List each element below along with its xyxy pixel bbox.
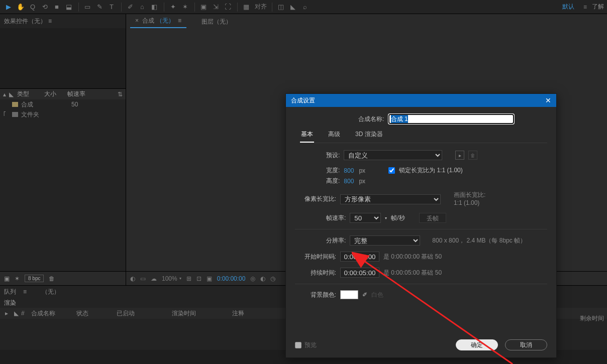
project-row[interactable]: ｢ 文件夹 [0,109,126,119]
col-num[interactable]: # [18,310,28,317]
tab-advanced[interactable]: 高级 [327,130,341,143]
rectangle-tool-icon[interactable]: ▭ [82,2,93,13]
puppet-tool-icon[interactable]: ✶ [179,2,190,13]
tab-3d-renderer[interactable]: 3D 渲染器 [354,130,384,143]
col-fps[interactable]: 帧速率 [67,90,85,98]
eyedropper-icon[interactable]: ✐ [362,291,367,298]
resolution-select[interactable]: 完整 [350,235,420,246]
chevron-down-icon[interactable]: ▾ [385,216,387,220]
bpc-toggle[interactable]: 8 bpc [25,275,44,282]
col-render-time[interactable]: 渲染时间 [169,309,229,318]
px-unit: px [359,178,365,185]
col-toggle-icon[interactable]: ▸ [2,310,11,317]
footer-icon[interactable]: ⊡ [196,275,201,282]
workspace-learn-link[interactable]: 了解 [592,3,604,11]
footer-icon[interactable]: ▭ [140,275,146,282]
save-preset-icon[interactable]: ▸ [455,151,464,160]
current-time[interactable]: 0:00:00:00 [217,275,246,282]
queue-tab[interactable]: 队列 [4,288,16,296]
eraser-tool-icon[interactable]: ◧ [149,2,160,13]
grid-icon[interactable]: ▦ [241,2,252,13]
preset-select[interactable]: 自定义 [344,150,442,160]
interpret-icon[interactable]: ▣ [4,275,10,282]
frame-aspect-label: 画面长宽比: [454,191,485,199]
footer-icon[interactable]: ⊞ [186,275,191,282]
col-size[interactable]: 大小 [44,90,64,98]
camera-tool-icon[interactable]: ■ [51,2,62,13]
width-value[interactable]: 800 [344,167,354,174]
cancel-button[interactable]: 取消 [505,339,547,350]
footer-icon[interactable]: ◐ [130,275,135,282]
close-icon[interactable]: ✕ [545,96,551,104]
footer-icon[interactable]: ◐ [260,275,265,282]
tab-basic[interactable]: 基本 [300,130,314,143]
hand-tool-icon[interactable]: ✋ [15,2,26,13]
fps-unit: 帧/秒 [391,214,404,222]
col-comp[interactable]: 合成名称 [28,309,73,318]
panel-menu-icon[interactable]: ≡ [48,18,52,25]
col-notes[interactable]: 注释 [229,309,247,318]
footer-icon[interactable]: ▣ [207,275,212,282]
dropframe-select[interactable]: 丢帧 [419,213,446,223]
pen-tool-icon[interactable]: ✎ [94,2,105,13]
selection-tool-icon[interactable]: ▶ [3,2,14,13]
tag-column-icon[interactable]: ◣ [9,91,14,98]
footer-icon[interactable]: ◷ [270,275,275,282]
more-icon[interactable]: ≡ [583,4,587,11]
col-started[interactable]: 已启动 [114,309,169,318]
delete-preset-icon[interactable]: 🗑 [468,151,477,160]
search-icon[interactable]: ⌕ [299,2,311,13]
align-label: 对齐 [255,3,267,11]
screen-tool-icon[interactable]: ▣ [198,2,209,13]
snap-icon[interactable]: ◫ [275,2,286,13]
duration-input[interactable] [340,268,379,278]
zoom-tool-icon[interactable]: Q [27,2,38,13]
comp-item-icon [12,102,18,107]
start-timecode-input[interactable] [340,252,379,262]
roto-tool-icon[interactable]: ✦ [167,2,178,13]
panel-menu-icon[interactable]: ≡ [178,17,181,24]
dialog-titlebar[interactable]: 合成设置 ✕ [286,94,556,107]
height-value[interactable]: 800 [344,178,354,185]
effects-panel-tab[interactable]: 效果控件（无） ≡ [0,14,126,28]
separator [164,3,164,12]
orbit-tool-icon[interactable]: ⟲ [39,2,50,13]
dialog-body: 合成名称: 基本 高级 3D 渲染器 预设: 自定义 ▸ 🗑 宽度: 800 p… [286,107,556,335]
col-status[interactable]: 状态 [73,309,114,318]
center-tabs: × 合成 （无） ≡ 图层（无） [126,14,607,28]
workspace-default-link[interactable]: 默认 [562,3,574,11]
composition-settings-dialog: 合成设置 ✕ 合成名称: 基本 高级 3D 渲染器 预设: 自定义 ▸ 🗑 宽度… [285,93,557,358]
trash-icon[interactable]: 🗑 [49,275,55,282]
preview-checkbox[interactable] [295,342,301,348]
remaining-time-label: 剩余时间 [580,314,604,323]
par-select[interactable]: 方形像素 [340,194,441,204]
sort-icon[interactable]: ▴ [3,91,6,98]
panel-menu-icon[interactable]: ≡ [23,288,27,295]
workspace-switcher: 默认 ≡ 了解 [558,3,604,11]
col-tag-icon[interactable]: ◣ [11,310,18,317]
zoom-dropdown[interactable]: 100%▾ [162,275,181,282]
close-icon[interactable]: × [135,17,139,24]
fps-select[interactable]: 50 [350,213,381,223]
start-timecode-label: 开始时间码: [295,253,336,261]
text-tool-icon[interactable]: T [106,2,117,13]
bgcolor-swatch[interactable] [340,290,358,299]
project-row[interactable]: 合成 50 [0,99,126,109]
person-tool-icon[interactable]: ⛶ [222,2,233,13]
footer-icon[interactable]: ◎ [250,275,255,282]
resolution-info: 800 x 800， 2.4 MB（每 8bpc 帧） [432,236,526,245]
layer-tab[interactable]: 图层（无） [196,16,237,28]
pan-behind-tool-icon[interactable]: ⬓ [63,2,74,13]
flowchart-icon[interactable]: ⇅ [118,91,123,98]
brush-tool-icon[interactable]: ✐ [125,2,136,13]
pin-tool-icon[interactable]: ⇲ [210,2,221,13]
comp-name-input[interactable] [388,114,514,124]
clone-tool-icon[interactable]: ⌂ [137,2,148,13]
col-type[interactable]: 类型 [17,90,41,98]
tag-icon[interactable]: ◣ [287,2,298,13]
ok-button[interactable]: 确定 [456,339,498,350]
settings-icon[interactable]: ✶ [15,275,20,282]
footer-icon[interactable]: ☁ [151,275,157,282]
composition-tab[interactable]: × 合成 （无） ≡ [130,15,186,28]
lock-aspect-checkbox[interactable] [388,167,395,174]
